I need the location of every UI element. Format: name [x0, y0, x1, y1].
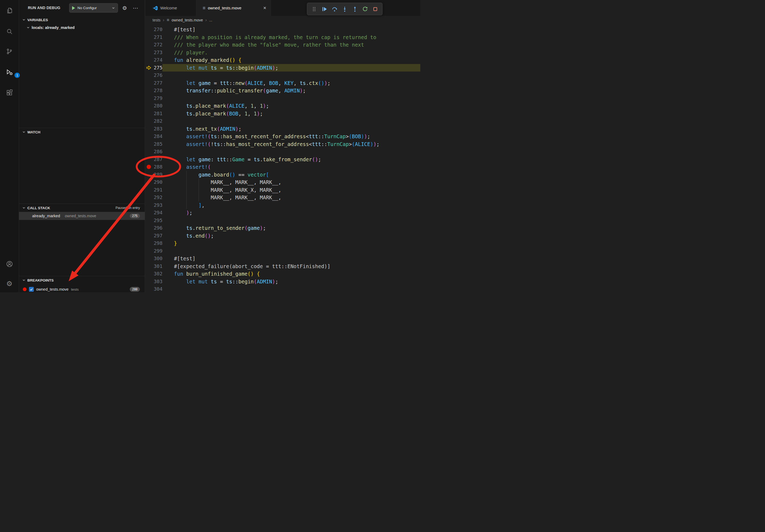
debug-badge: 1 — [14, 73, 20, 78]
gutter-glyph-margin[interactable] — [145, 64, 152, 72]
gutter-glyph-margin[interactable] — [145, 239, 152, 247]
code-line-282: 282 — [145, 117, 420, 125]
gutter-glyph-margin[interactable] — [145, 41, 152, 49]
line-number: 293 — [152, 201, 163, 209]
breakpoint-dot-icon[interactable] — [147, 165, 151, 169]
restart-icon[interactable] — [361, 5, 370, 13]
line-number: 292 — [152, 194, 163, 201]
gutter-glyph-margin[interactable] — [145, 201, 152, 209]
code-line-content: game.board() == vector[ — [163, 171, 420, 179]
gutter-glyph-margin[interactable] — [145, 247, 152, 255]
gutter-glyph-margin[interactable] — [145, 186, 152, 194]
gutter-glyph-margin[interactable] — [145, 26, 152, 34]
breakpoint-list-item[interactable]: owned_tests.move tests 288 — [19, 285, 145, 292]
breakpoints-section-header[interactable]: BREAKPOINTS — [19, 276, 145, 284]
gutter-glyph-margin[interactable] — [145, 263, 152, 270]
gutter-glyph-margin[interactable] — [145, 110, 152, 118]
line-number: 296 — [152, 224, 163, 232]
gutter-glyph-margin[interactable] — [145, 171, 152, 179]
call-stack-section-header[interactable]: CALL STACK Paused on entry — [19, 204, 145, 212]
code-text: MARK__, MARK_X, MARK__, — [174, 187, 281, 193]
code-text: assert!(ts::has_most_recent_for_address<… — [174, 133, 370, 139]
gutter-glyph-margin[interactable] — [145, 224, 152, 232]
line-number: 287 — [152, 155, 163, 163]
variables-scope-row[interactable]: locals: already_marked — [19, 24, 145, 31]
gutter-glyph-margin[interactable] — [145, 49, 152, 57]
close-icon[interactable]: ✕ — [263, 6, 267, 10]
line-number: 279 — [152, 95, 163, 102]
step-out-icon[interactable] — [351, 5, 359, 13]
gutter-glyph-margin[interactable] — [145, 194, 152, 201]
indent-guide — [186, 171, 187, 179]
code-text: ts.next_tx(ADMIN); — [174, 126, 242, 132]
breadcrumb: tests › ≡ owned_tests.move › ... — [145, 16, 420, 24]
gutter-glyph-margin[interactable] — [145, 79, 152, 87]
indent-guide — [186, 178, 187, 186]
gutter-glyph-margin[interactable] — [145, 217, 152, 224]
files-icon[interactable] — [5, 6, 13, 14]
stop-icon[interactable] — [371, 5, 380, 13]
breadcrumb-folder[interactable]: tests — [153, 18, 161, 22]
breadcrumb-symbol[interactable]: ... — [209, 18, 212, 22]
start-debug-icon[interactable] — [72, 6, 75, 10]
gutter-glyph-margin[interactable] — [145, 34, 152, 41]
line-number: 273 — [152, 49, 163, 57]
gutter-glyph-margin[interactable] — [145, 56, 152, 64]
gutter-glyph-margin[interactable] — [145, 178, 152, 186]
breakpoints-header-label: BREAKPOINTS — [27, 278, 54, 282]
gutter-glyph-margin[interactable] — [145, 117, 152, 125]
more-actions-icon[interactable]: ⋯ — [132, 5, 139, 12]
settings-gear-icon[interactable]: ⚙ — [5, 280, 13, 288]
source-control-icon[interactable] — [5, 47, 13, 56]
gutter-glyph-margin[interactable] — [145, 255, 152, 263]
breakpoint-dot-icon — [23, 287, 27, 291]
step-into-icon[interactable] — [341, 5, 349, 13]
breakpoint-gutter[interactable] — [145, 163, 152, 171]
debug-configuration-dropdown[interactable]: No Configur — [69, 3, 118, 13]
code-line-content: #[test] — [163, 26, 420, 34]
call-stack-frame-row[interactable]: already_marked owned_tests.move 275 — [19, 212, 145, 220]
code-area: 270#[test]271/// When a position is alre… — [145, 24, 420, 292]
run-and-debug-sidebar: RUN AND DEBUG No Configur ⚙ ⋯ VARIABLES … — [19, 0, 145, 292]
gutter-glyph-margin[interactable] — [145, 133, 152, 140]
gutter-glyph-margin[interactable] — [145, 209, 152, 217]
code-line-content: /// When a position is already marked, t… — [163, 34, 420, 41]
gutter-glyph-margin[interactable] — [145, 102, 152, 110]
gutter-glyph-margin[interactable] — [145, 140, 152, 148]
run-and-debug-icon[interactable]: 1 — [5, 68, 13, 76]
variables-section-header[interactable]: VARIABLES — [19, 16, 145, 24]
breakpoint-checkbox[interactable] — [29, 287, 34, 292]
breadcrumb-file[interactable]: owned_tests.move — [172, 18, 203, 22]
tab-owned-tests-move[interactable]: ≡ owned_tests.move ✕ — [196, 0, 271, 16]
gutter-glyph-margin[interactable] — [145, 155, 152, 163]
gutter-glyph-margin[interactable] — [145, 72, 152, 79]
code-text: ], — [174, 202, 205, 208]
gutter-glyph-margin[interactable] — [145, 285, 152, 292]
line-number: 289 — [152, 171, 163, 179]
indent-guide — [199, 194, 199, 201]
code-line-content — [163, 285, 420, 292]
drag-grip-icon[interactable] — [310, 5, 319, 13]
gutter-glyph-margin[interactable] — [145, 125, 152, 133]
tab-welcome[interactable]: Welcome — [145, 0, 196, 16]
gutter-glyph-margin[interactable] — [145, 95, 152, 102]
extensions-icon[interactable] — [5, 89, 13, 97]
gutter-glyph-margin[interactable] — [145, 87, 152, 95]
code-text: /// player. — [174, 50, 208, 56]
continue-icon[interactable] — [320, 5, 329, 13]
code-line-299: 299 — [145, 247, 420, 255]
chevron-down-icon — [22, 206, 25, 209]
gutter-glyph-margin[interactable] — [145, 148, 152, 155]
debug-settings-gear-icon[interactable]: ⚙ — [121, 5, 128, 12]
breakpoint-file-name: owned_tests.move — [36, 287, 69, 291]
watch-section-header[interactable]: WATCH — [19, 128, 145, 136]
line-number: 283 — [152, 125, 163, 133]
gutter-glyph-margin[interactable] — [145, 232, 152, 240]
line-number: 280 — [152, 102, 163, 110]
gutter-glyph-margin[interactable] — [145, 278, 152, 286]
search-icon[interactable] — [5, 27, 13, 35]
gutter-glyph-margin[interactable] — [145, 270, 152, 278]
step-over-icon[interactable] — [330, 5, 339, 13]
indent-guide — [199, 186, 199, 194]
account-icon[interactable] — [5, 260, 13, 268]
